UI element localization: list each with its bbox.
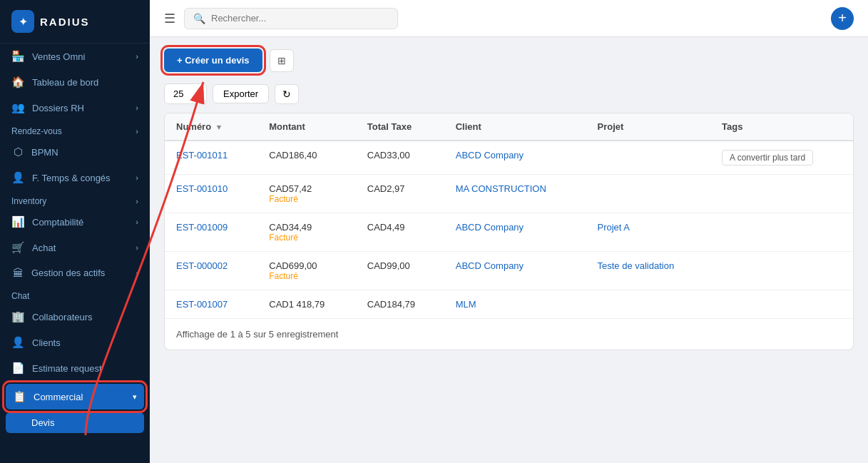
table-row: EST-001007 CAD1 418,79 CAD184,79 MLM (165, 290, 853, 319)
cell-client: ABCD Company (444, 252, 586, 290)
cell-montant: CAD699,00 Facturé (257, 252, 356, 290)
create-devis-button[interactable]: + Créer un devis (164, 49, 262, 72)
cell-total-taxe: CAD4,49 (356, 213, 444, 252)
table-header-row: Numéro ▾ Montant Total Taxe Client (165, 113, 853, 141)
client-icon: 👤 (11, 336, 25, 349)
cell-numero: EST-001011 (165, 141, 257, 175)
cell-numero: EST-001007 (165, 290, 257, 319)
user-icon: 👤 (11, 171, 25, 184)
cell-montant: CAD57,42 Facturé (257, 175, 356, 213)
commercial-icon: 📋 (13, 390, 26, 403)
section-inventory: Inventory › (0, 190, 150, 209)
grid-view-button[interactable]: ⊞ (270, 49, 294, 72)
col-montant: Montant (257, 113, 356, 141)
export-button[interactable]: Exporter (213, 84, 269, 103)
logo-area: ✦ RADIUS (0, 0, 150, 44)
sidebar-item-bpmn[interactable]: ⬡ BPMN (0, 139, 150, 165)
cell-client: ABCD Company (444, 213, 586, 252)
table-row: EST-001011 CAD186,40 CAD33,00 ABCD Compa… (165, 141, 853, 175)
chart-icon: 📊 (11, 215, 25, 228)
hamburger-icon[interactable]: ☰ (164, 11, 175, 26)
cell-montant: CAD34,49 Facturé (257, 213, 356, 252)
filter-bar: 25 50 100 Exporter ↻ (164, 83, 854, 104)
logo-icon: ✦ (11, 10, 34, 33)
cell-total-taxe: CAD33,00 (356, 141, 444, 175)
chevron-icon: › (136, 243, 138, 252)
chevron-icon: › (136, 269, 138, 278)
col-total-taxe: Total Taxe (356, 113, 444, 141)
chevron-icon: › (136, 197, 138, 205)
cell-tags: A convertir plus tard (710, 141, 853, 175)
cell-client: MA CONSTRUCTION (444, 175, 586, 213)
sidebar-item-tableau-de-bord[interactable]: 🏠 Tableau de bord (0, 69, 150, 95)
sidebar-item-comptabilite[interactable]: 📊 Comptabilité › (0, 209, 150, 235)
devis-table: Numéro ▾ Montant Total Taxe Client (165, 113, 853, 318)
sidebar-item-gestion-actifs[interactable]: 🏛 Gestion des actifs › (0, 260, 150, 285)
cell-client: MLM (444, 290, 586, 319)
chevron-icon: › (136, 52, 138, 61)
section-chat: Chat (0, 285, 150, 304)
table-row: EST-001010 CAD57,42 Facturé CAD2,97 MA C… (165, 175, 853, 213)
sidebar-item-collaborateurs[interactable]: 🏢 Collaborateurs (0, 304, 150, 330)
sort-icon: ▾ (217, 123, 221, 131)
cell-numero: EST-001009 (165, 213, 257, 252)
cell-projet (586, 290, 711, 319)
table-container: Numéro ▾ Montant Total Taxe Client (164, 113, 854, 350)
content-area: + Créer un devis ⊞ 25 50 100 Exporter ↻ … (150, 37, 868, 463)
refresh-button[interactable]: ↻ (275, 84, 299, 104)
sidebar-item-achat[interactable]: 🛒 Achat › (0, 235, 150, 260)
action-bar: + Créer un devis ⊞ (164, 49, 854, 72)
cell-numero: EST-001010 (165, 175, 257, 213)
cell-projet: Projet A (586, 213, 711, 252)
cell-tags (710, 175, 853, 213)
cell-montant: CAD1 418,79 (257, 290, 356, 319)
section-rendez-vous: Rendez-vous › (0, 121, 150, 139)
chevron-icon: › (136, 127, 138, 136)
sidebar-item-clients[interactable]: 👤 Clients (0, 330, 150, 355)
sidebar-sub-item-devis[interactable]: Devis (6, 412, 144, 433)
sidebar-item-dossiers-rh[interactable]: 👥 Dossiers RH › (0, 95, 150, 121)
chevron-down-icon: ▾ (133, 392, 137, 402)
sidebar-item-f-temps[interactable]: 👤 F. Temps & congés › (0, 165, 150, 190)
table-row: EST-001009 CAD34,49 Facturé CAD4,49 ABCD… (165, 213, 853, 252)
cell-projet (586, 141, 711, 175)
cell-total-taxe: CAD2,97 (356, 175, 444, 213)
table-row: EST-000002 CAD699,00 Facturé CAD99,00 AB… (165, 252, 853, 290)
cell-montant: CAD186,40 (257, 141, 356, 175)
main-content: ☰ 🔍 + + Créer un devis ⊞ 25 50 100 Expor… (150, 0, 868, 463)
chevron-icon: › (136, 173, 138, 182)
cell-numero: EST-000002 (165, 252, 257, 290)
building-icon: 🏢 (11, 310, 25, 323)
search-input[interactable] (211, 13, 389, 24)
doc-icon: 📄 (11, 362, 25, 375)
cell-tags (710, 252, 853, 290)
cell-tags (710, 290, 853, 319)
sidebar-item-estimate-request[interactable]: 📄 Estimate request (0, 355, 150, 381)
cell-total-taxe: CAD184,79 (356, 290, 444, 319)
logo-text: RADIUS (40, 16, 90, 28)
chevron-icon: › (136, 103, 138, 112)
cell-projet: Teste de validation (586, 252, 711, 290)
store-icon: 🏪 (11, 50, 25, 63)
cell-tags (710, 213, 853, 252)
cell-total-taxe: CAD99,00 (356, 252, 444, 290)
per-page-select[interactable]: 25 50 100 (164, 83, 207, 104)
cell-projet (586, 175, 711, 213)
people-icon: 👥 (11, 101, 25, 114)
home-icon: 🏠 (11, 76, 25, 88)
sidebar: ✦ RADIUS 🏪 Ventes Omni › 🏠 Tableau de bo… (0, 0, 150, 463)
search-box: 🔍 (184, 8, 398, 29)
bpmn-icon: ⬡ (11, 146, 24, 158)
cell-client: ABCD Company (444, 141, 586, 175)
col-projet: Projet (586, 113, 711, 141)
cart-icon: 🛒 (11, 241, 25, 254)
topbar: ☰ 🔍 + (150, 0, 868, 37)
sidebar-item-ventes-omni[interactable]: 🏪 Ventes Omni › (0, 44, 150, 69)
bank-icon: 🏛 (11, 267, 24, 279)
search-icon: 🔍 (193, 13, 205, 24)
col-numero[interactable]: Numéro ▾ (165, 113, 257, 141)
add-button[interactable]: + (831, 7, 854, 30)
col-tags: Tags (710, 113, 853, 141)
col-client: Client (444, 113, 586, 141)
sidebar-item-commercial[interactable]: 📋 Commercial ▾ (6, 384, 144, 409)
